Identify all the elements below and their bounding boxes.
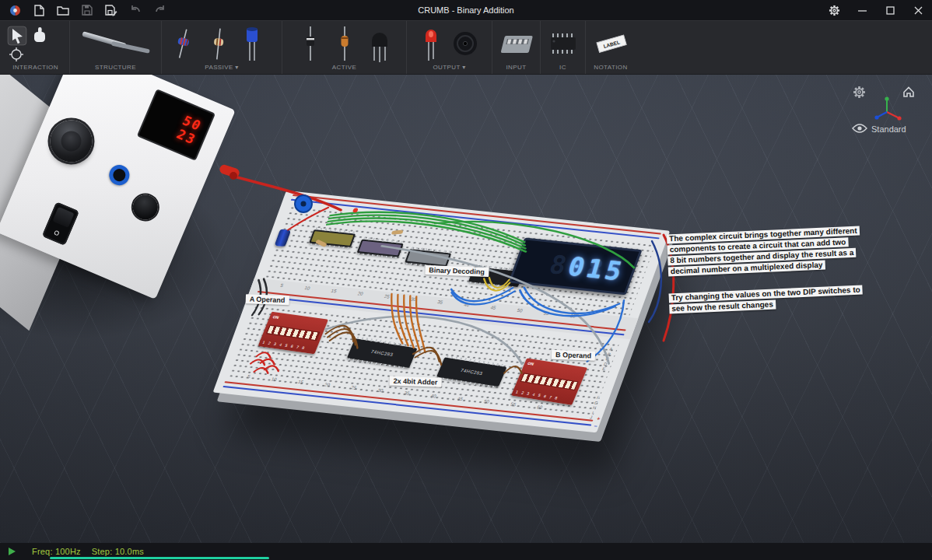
psu-display: 50 23 <box>137 89 215 161</box>
toolbar-label-structure: STRUCTURE <box>95 64 136 72</box>
label-adder[interactable]: 2x 4bit Adder <box>389 376 441 387</box>
move-orbit-icon <box>9 47 23 61</box>
note-try-it[interactable]: Try changing the values on the two DIP s… <box>669 285 864 316</box>
rod-icon-2 <box>110 41 149 54</box>
play-button[interactable] <box>8 547 16 556</box>
toolbar-label-notation: NOTATION <box>594 64 627 72</box>
axis-z-blue <box>874 115 878 119</box>
step-readout: Step: 10.0ms <box>92 547 144 556</box>
ic-chip-decoder-3[interactable] <box>405 249 451 267</box>
toolbar-label-input: INPUT <box>506 64 527 72</box>
transistor-icon <box>372 33 387 62</box>
dip-switch-icon <box>500 36 532 53</box>
toolbar-group-structure[interactable]: STRUCTURE <box>70 21 162 74</box>
undo-icon[interactable] <box>128 3 142 17</box>
diode-icon <box>307 26 314 61</box>
axis-gizmo[interactable] <box>870 95 904 126</box>
save-button[interactable] <box>80 3 94 17</box>
capacitor-icon <box>247 27 258 61</box>
open-folder-button[interactable] <box>56 3 70 17</box>
toolbar-group-active[interactable]: ACTIVE <box>282 21 407 74</box>
settings-gear-icon[interactable] <box>820 0 848 20</box>
axis-y-green <box>885 96 888 100</box>
dip-a-switches[interactable] <box>266 325 320 341</box>
frequency-readout: Freq: 100Hz <box>32 547 81 556</box>
toolbar-group-interaction[interactable]: INTERACTION <box>2 21 70 74</box>
resistor-blue-icon <box>174 28 192 59</box>
ic-chip-decoder-1[interactable] <box>309 229 356 247</box>
ic-chip-icon <box>551 33 576 54</box>
toolbar-label-ic: IC <box>559 64 566 72</box>
power-supply[interactable]: 50 23 <box>0 75 272 347</box>
psu-jack-black[interactable] <box>129 191 162 224</box>
label-b-operand[interactable]: B Operand <box>552 350 595 361</box>
adder1-part-number: 74HC283 <box>370 349 394 357</box>
toolbar-group-output[interactable]: OUTPUT ▾ <box>407 21 492 74</box>
save-as-button[interactable] <box>104 3 118 17</box>
toolbar-group-input[interactable]: INPUT <box>492 21 541 74</box>
viewport-settings-gear-icon[interactable] <box>851 84 867 100</box>
rail-plus-mark: + <box>596 415 601 421</box>
hand-pointer-icon <box>34 27 45 42</box>
app-logo-icon <box>8 3 22 17</box>
window-title: CRUMB - Binary Addition <box>418 5 514 15</box>
toolbar-group-passive[interactable]: PASSIVE ▾ <box>162 21 282 74</box>
view-mode-eye-icon[interactable] <box>851 121 868 135</box>
toolbar-label-passive: PASSIVE ▾ <box>205 64 238 72</box>
psu-power-switch[interactable] <box>42 201 79 246</box>
glass-diode-icon <box>341 26 348 61</box>
axis-x-red <box>897 116 901 120</box>
rail-minus-mark: − <box>594 423 599 429</box>
breadboard[interactable]: 5 10 15 20 25 30 35 40 45 50 55 60 5 10 … <box>213 191 671 432</box>
label-tag-icon: LABEL <box>597 35 626 52</box>
toolbar-group-ic[interactable]: IC <box>541 21 586 74</box>
buzzer-icon <box>454 32 477 55</box>
redo-icon[interactable] <box>152 3 166 17</box>
maximize-button[interactable] <box>876 0 904 20</box>
toolbar-label-interaction: INTERACTION <box>12 64 58 72</box>
minimize-button[interactable] <box>848 0 876 20</box>
toolbar-label-output: OUTPUT ▾ <box>433 64 465 72</box>
timeline-bar[interactable] <box>50 557 269 559</box>
adder2-part-number: 74HC283 <box>460 368 484 376</box>
label-a-operand[interactable]: A Operand <box>246 294 289 305</box>
psu-knob[interactable] <box>44 114 99 169</box>
viewport-3d[interactable]: 50 23 5 10 15 20 25 30 35 40 45 50 55 60… <box>0 75 932 543</box>
note-description[interactable]: The complex circuit brings together many… <box>667 226 861 278</box>
view-mode-label[interactable]: Standard <box>871 124 906 134</box>
dip-b-switches[interactable] <box>520 373 579 390</box>
component-toolbar: INTERACTION STRUCTURE PASSIVE ▾ <box>0 20 932 75</box>
titlebar[interactable]: CRUMB - Binary Addition <box>0 0 932 20</box>
toolbar-spacer <box>636 21 932 74</box>
toolbar-group-notation[interactable]: LABEL NOTATION <box>586 21 636 74</box>
led-icon <box>426 30 436 61</box>
ic-chip-decoder-2[interactable] <box>357 239 404 257</box>
psu-jack-blue[interactable] <box>106 162 132 188</box>
close-button[interactable] <box>904 0 932 20</box>
resistor-beige-icon <box>212 28 225 60</box>
toolbar-label-active: ACTIVE <box>332 64 356 72</box>
display-value: 015 <box>565 253 628 284</box>
new-file-button[interactable] <box>32 3 46 17</box>
statusbar: Freq: 100Hz Step: 10.0ms <box>0 543 932 560</box>
